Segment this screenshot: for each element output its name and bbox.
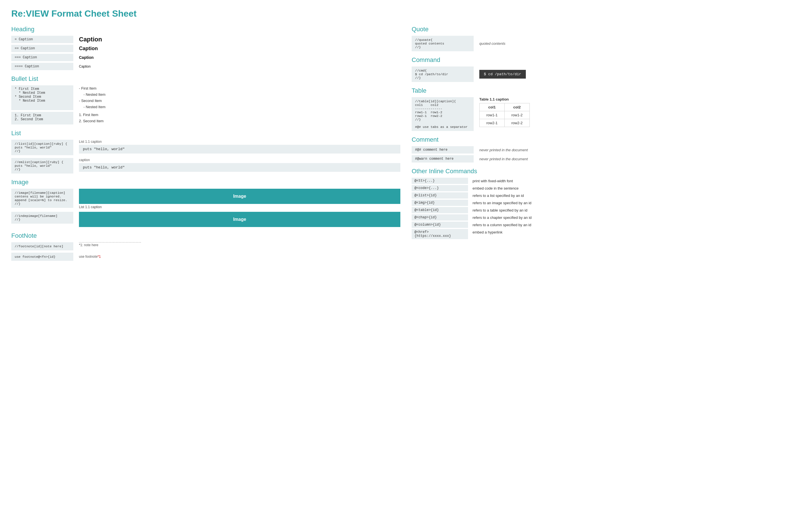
quote-row: //quoate{ quoted contents //} quoted con… [412,36,801,51]
inline-code-1: @<tt>{...} [412,178,468,184]
heading-rendered-4: Caption [79,64,400,68]
bullet-item-4: - Nested Item [79,104,400,110]
footnote-code-2: use footnote@<fn>{id} [11,252,73,261]
command-code: //cmd{ $ cd /path/to/dir //} [412,66,474,82]
inline-row-8: @<href>{https://xxxx.xxx} embed a hyperl… [412,229,801,239]
table-header-col1: col1 [479,103,505,111]
footnote-text-1: *1: note here [79,243,400,247]
table-cell-r2c2: row2-2 [504,119,529,127]
table-cell-r1c2: row1-2 [504,111,529,119]
list-section: List //list[id][caption][ruby] { puts "h… [11,129,400,173]
footnote-result-2: use footnote*1 [79,255,400,259]
heading-row-3: === Caption Caption [11,54,400,61]
image-placeholder-1: Image [79,189,400,204]
heading-result-1: Caption [79,36,400,43]
inline-desc-8: embed a hyperlink [472,229,801,234]
table-section-title: Table [412,87,801,94]
inline-desc-5: refers to a table specified by an id [472,207,801,212]
list-section-title: List [11,129,400,137]
table-cell-r1c1: row1-1 [479,111,505,119]
cheat-table: col1 col2 row1-1 row1-2 row2-1 row [479,103,530,127]
list-code-result-2: puts "hello, world" [79,163,400,172]
list-row-1: //list[id][caption][ruby] { puts "hello,… [11,140,400,155]
inline-desc-3: refers to a list specified by an id [472,192,801,198]
comment-row-1: #@# comment here never printed in the do… [412,146,801,154]
table-cell-r2c1: row2-1 [479,119,505,127]
inline-row-2: @<code>{...} embed code in the sentence [412,185,801,191]
inline-section: Other Inline Commands @<tt>{...} print w… [412,168,801,239]
heading-rendered-1: Caption [79,36,400,43]
heading-code-1: = Caption [11,36,73,43]
inline-code-6: @<chap>{id} [412,214,468,221]
list-result-1: List 1.1 caption puts "hello, world" [79,140,400,155]
list-code-2: //emlist[caption][ruby] { puts "hello, w… [11,158,73,173]
comment-row-2: #@warn comment here never printed in the… [412,155,801,163]
image-section: Image //image[filename][caption] centens… [11,179,400,227]
ordered-item-2: 2. Second Item [79,118,400,124]
inline-desc-6: refers to a chapter specified by an id [472,214,801,220]
comment-section-title: Comment [412,136,801,144]
heading-code-4: ==== Caption [11,63,73,70]
bullet-ordered-code: 1. First Item 2. Second Item [11,112,73,124]
inline-desc-2: embed code in the sentence [472,185,801,190]
heading-section: Heading = Caption Caption == Caption Cap… [11,25,400,70]
comment-code-1: #@# comment here [412,146,474,154]
quote-section: Quote //quoate{ quoted contents //} quot… [412,25,801,51]
list-code-1: //list[id][caption][ruby] { puts "hello,… [11,140,73,155]
command-section-title: Command [412,56,801,64]
heading-section-title: Heading [11,25,400,33]
footnote-section: FootNote //footnote[id][note here] *1: n… [11,232,400,261]
footnote-row-1: //footnote[id][note here] *1: note here [11,242,400,250]
image-code-1: //image[filename][caption] centens will … [11,189,73,208]
comment-section: Comment #@# comment here never printed i… [412,136,801,163]
inline-code-2: @<code>{...} [412,185,468,191]
bullet-section-title: Bullet List [11,75,400,82]
image-row-1: //image[filename][caption] centens will … [11,189,400,209]
inline-desc-1: print with fixed-width font [472,178,801,183]
table-row-container: //table[id][caption]{ col1 col2 --------… [412,97,801,131]
heading-row-2: == Caption Caption [11,45,400,52]
footnote-link[interactable]: *1 [98,255,101,259]
page-title: Re:VIEW Format Cheet Sheet [11,8,801,19]
table-header-row: col1 col2 [479,103,530,111]
image-result-2: Image [79,212,400,227]
image-caption-1: List 1.1 caption [79,205,400,209]
inline-row-4: @<img>{id} refers to an image specified … [412,200,801,206]
heading-result-2: Caption [79,45,400,52]
image-row-2: //indepimage[filename] //} Image [11,212,400,227]
inline-code-8: @<href>{https://xxxx.xxx} [412,229,468,239]
inline-code-5: @<table>{id} [412,207,468,213]
image-result-1: Image List 1.1 caption [79,189,400,209]
heading-row-1: = Caption Caption [11,36,400,43]
bullet-ordered-result: 1. First Item 2. Second Item [79,112,400,124]
inline-row-5: @<table>{id} refers to a table specified… [412,207,801,213]
heading-code-3: === Caption [11,54,73,61]
image-code-2: //indepimage[filename] //} [11,212,73,224]
list-code-result-1: puts "hello, world" [79,145,400,154]
ordered-item-1: 1. First Item [79,112,400,118]
bullet-unordered-code: * First Item * Nested Item * Second Item… [11,86,73,110]
footnote-row-2: use footnote@<fn>{id} use footnote*1 [11,252,400,261]
bullet-unordered-result: - First Item - Nested Item - Second Item… [79,86,400,110]
bullet-section: Bullet List * First Item * Nested Item *… [11,75,400,124]
inline-code-3: @<list>{id} [412,192,468,199]
heading-rendered-2: Caption [79,46,400,52]
command-section: Command //cmd{ $ cd /path/to/dir //} $ c… [412,56,801,82]
inline-section-title: Other Inline Commands [412,168,801,175]
bullet-item-1: - First Item [79,86,400,92]
heading-rendered-3: Caption [79,55,400,60]
comment-result-2: never printed in the document [479,157,528,161]
bullet-ordered-row: 1. First Item 2. Second Item 1. First It… [11,112,400,124]
footnote-text-2: use footnote*1 [79,255,400,259]
bullet-item-3: - Second Item [79,98,400,104]
quote-section-title: Quote [412,25,801,33]
table-result: Table 1.1 caption col1 col2 row1-1 row1-… [479,97,530,127]
comment-result-1: never printed in the document [479,148,528,152]
image-placeholder-2: Image [79,212,400,227]
image-section-title: Image [11,179,400,186]
inline-row-7: @<column>{id} refers to a column specifi… [412,222,801,228]
heading-row-4: ==== Caption Caption [11,63,400,70]
command-result: $ cd /path/to/dir [479,70,526,78]
right-column: Quote //quoate{ quoted contents //} quot… [412,25,801,263]
heading-code-2: == Caption [11,45,73,52]
